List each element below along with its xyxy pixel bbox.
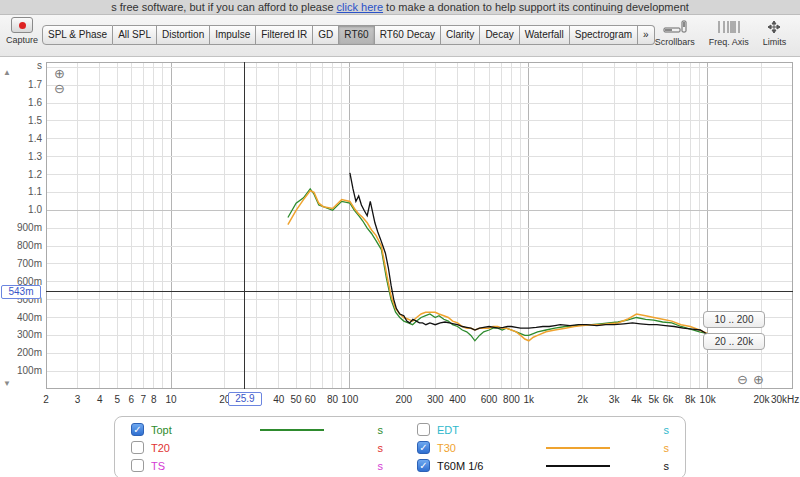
legend-unit-edt: s	[659, 424, 669, 436]
rt60-chart: ▲ ▼ s 1.71.61.51.41.31.21.11.0900m800m70…	[0, 57, 800, 412]
tab-spl-phase[interactable]: SPL & Phase	[42, 25, 113, 45]
legend-item-topt: ✓Topts	[131, 422, 383, 437]
legend-checkbox-topt[interactable]: ✓	[131, 423, 144, 436]
tab-rt60-decay[interactable]: RT60 Decay	[375, 25, 441, 45]
x-tick-label: 60	[305, 394, 316, 405]
x-tick-label: 40	[273, 394, 284, 405]
legend-item-t30: ✓T30s	[417, 440, 669, 455]
x-tick-label: 2k	[577, 394, 588, 405]
y-tick-label: 1.7	[0, 79, 42, 90]
tab-bar: SPL & PhaseAll SPLDistortionImpulseFilte…	[42, 25, 655, 45]
tab-decay[interactable]: Decay	[480, 25, 519, 45]
x-tick-label: 6k	[663, 394, 674, 405]
y-tick-label: 1.3	[0, 151, 42, 162]
x-tick-label: 8	[151, 394, 157, 405]
x-tick-label: 4k	[631, 394, 642, 405]
y-tick-label: 700m	[0, 258, 42, 269]
legend-item-t20: T20s	[131, 440, 383, 455]
x-tick-label: 2	[43, 394, 49, 405]
range-20-20k-button[interactable]: 20 .. 20k	[703, 333, 765, 350]
y-tick-label: 100m	[0, 365, 42, 376]
freq-axis-label: Freq. Axis	[709, 37, 749, 47]
y-tick-label: 1.6	[0, 97, 42, 108]
x-tick-label: 600	[481, 394, 498, 405]
tab-rt60[interactable]: RT60	[339, 25, 374, 45]
donation-text-before: s free software, but if you can afford t…	[111, 1, 336, 13]
legend-label-t20: T20	[151, 442, 211, 454]
x-tick-label: 7	[141, 394, 147, 405]
x-tick-label: 4	[97, 394, 103, 405]
capture-label: Capture	[6, 35, 38, 45]
freq-axis-icon	[718, 18, 740, 36]
y-tick-label: 1.2	[0, 169, 42, 180]
x-tick-label: 50	[290, 394, 301, 405]
legend-label-t60m-1-6: T60M 1/6	[437, 460, 497, 472]
toolbar: Capture SPL & PhaseAll SPLDistortionImpu…	[0, 15, 800, 57]
legend-unit-t30: s	[659, 442, 669, 454]
legend-label-ts: TS	[151, 460, 211, 472]
y-zoom-out-button[interactable]: ⊖	[54, 82, 65, 96]
legend-unit-topt: s	[373, 424, 383, 436]
legend-line-sample-t60m-1-6	[504, 465, 652, 467]
tab-overflow[interactable]: »	[638, 25, 655, 45]
donation-text-after: to make a donation to help support its c…	[383, 1, 689, 13]
legend-unit-t20: s	[373, 442, 383, 454]
legend-checkbox-edt[interactable]	[417, 423, 430, 436]
tab-impulse[interactable]: Impulse	[210, 25, 256, 45]
x-tick-label: 100	[342, 394, 359, 405]
y-tick-label: 1.0	[0, 204, 42, 215]
legend-item-ts: TSs	[131, 458, 383, 473]
y-tick-label: 200m	[0, 347, 42, 358]
legend-column-left: ✓ToptsT20sTSs	[131, 422, 383, 473]
x-zoom-in-button[interactable]: ⊕	[753, 373, 764, 387]
legend-checkbox-t60m-1-6[interactable]: ✓	[417, 459, 430, 472]
x-tick-label: 10k	[700, 394, 716, 405]
limits-label: Limits	[763, 37, 787, 47]
x-tick-label: 8k	[685, 394, 696, 405]
x-tick-label: 1k	[523, 394, 534, 405]
x-tick-label: 5	[114, 394, 120, 405]
capture-icon	[11, 17, 33, 33]
tab-gd[interactable]: GD	[313, 25, 339, 45]
tab-distortion[interactable]: Distortion	[157, 25, 210, 45]
scrollbars-button[interactable]: Scrollbars	[655, 18, 695, 47]
y-tick-label: 800m	[0, 240, 42, 251]
rew-window: s free software, but if you can afford t…	[0, 0, 800, 477]
tab-all-spl[interactable]: All SPL	[113, 25, 157, 45]
legend-checkbox-t20[interactable]	[131, 441, 144, 454]
freq-axis-button[interactable]: Freq. Axis	[709, 18, 749, 47]
x-tick-label: 20k	[753, 394, 769, 405]
toolbar-right-controls: Scrollbars Freq. Axis Limits ⚙ Controls	[655, 18, 800, 47]
x-tick-label: 30kHz	[771, 394, 799, 405]
legend-item-t60m-1-6: ✓T60M 1/6s	[417, 458, 669, 473]
tab-filtered-ir[interactable]: Filtered IR	[256, 25, 313, 45]
tab-spectrogram[interactable]: Spectrogram	[570, 25, 638, 45]
scroll-down-arrow[interactable]: ▼	[3, 379, 11, 388]
capture-button[interactable]: Capture	[6, 17, 38, 45]
legend-checkbox-t30[interactable]: ✓	[417, 441, 430, 454]
tab-waterfall[interactable]: Waterfall	[520, 25, 570, 45]
y-axis-unit: s	[0, 60, 42, 71]
x-tick-label: 10	[165, 394, 176, 405]
legend: ✓ToptsT20sTSs EDTs✓T30s✓T60M 1/6s	[0, 412, 800, 477]
range-10-200-button[interactable]: 10 .. 200	[703, 311, 765, 328]
scrollbars-icon	[663, 18, 687, 36]
legend-line-sample-t30	[504, 447, 652, 449]
plot-area[interactable]	[46, 62, 793, 389]
x-zoom-out-button[interactable]: ⊖	[737, 373, 748, 387]
cursor-x-value: 25.9	[228, 392, 262, 406]
y-tick-label: 1.4	[0, 133, 42, 144]
x-tick-label: 800	[503, 394, 520, 405]
legend-label-edt: EDT	[437, 424, 497, 436]
legend-unit-t60m-1-6: s	[659, 460, 669, 472]
record-dot-icon	[19, 22, 26, 29]
limits-button[interactable]: Limits	[763, 18, 787, 47]
tab-clarity[interactable]: Clarity	[441, 25, 480, 45]
y-tick-label: 400m	[0, 312, 42, 323]
legend-item-edt: EDTs	[417, 422, 669, 437]
legend-checkbox-ts[interactable]	[131, 459, 144, 472]
donation-link[interactable]: click here	[337, 1, 383, 13]
y-tick-label: 1.5	[0, 115, 42, 126]
x-tick-label: 3k	[609, 394, 620, 405]
y-zoom-in-button[interactable]: ⊕	[54, 67, 65, 81]
